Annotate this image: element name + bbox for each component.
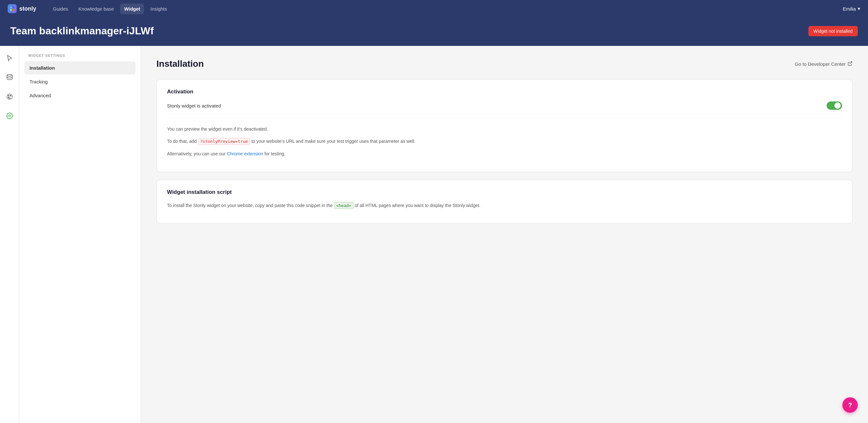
external-link-icon — [847, 61, 852, 67]
activation-row: Stonly widget is activated — [167, 102, 842, 118]
page-title: Team backlinkmanager-iJLWf — [10, 25, 154, 37]
user-name: Emilia — [843, 6, 856, 11]
svg-point-4 — [7, 75, 12, 76]
logo-icon — [8, 4, 17, 13]
info3-post: for testing. — [265, 151, 285, 156]
head-code: <head> — [334, 202, 353, 209]
svg-rect-2 — [10, 9, 12, 11]
cursor-icon[interactable] — [4, 52, 16, 64]
activation-info2: To do that, add ?stonlyPreview=true to y… — [167, 138, 842, 145]
installation-info1: To install the Stonly widget on your web… — [167, 202, 842, 209]
svg-point-6 — [8, 95, 9, 96]
activation-card: Activation Stonly widget is activated Yo… — [156, 79, 852, 172]
content-header: Installation Go to Developer Center — [156, 59, 852, 69]
nav-knowledge-base[interactable]: Knowledge base — [75, 3, 118, 14]
toggle-slider — [827, 102, 842, 110]
settings-sidebar-label: WIDGET SETTINGS — [24, 54, 135, 57]
main-content: Installation Go to Developer Center Acti… — [141, 46, 868, 423]
install-info-pre: To install the Stonly widget on your web… — [167, 203, 334, 208]
widget-not-installed-badge: Widget not installed — [808, 26, 858, 36]
palette-icon[interactable] — [4, 91, 16, 103]
svg-point-9 — [9, 115, 10, 117]
info2-post: to your website's URL and make sure your… — [251, 139, 415, 144]
svg-rect-1 — [12, 6, 14, 8]
activation-info3: Alternatively, you can use our Chrome ex… — [167, 150, 842, 157]
svg-rect-0 — [10, 6, 12, 8]
dev-center-label: Go to Developer Center — [795, 61, 845, 67]
sidebar-item-advanced[interactable]: Advanced — [24, 89, 135, 102]
database-icon[interactable] — [4, 72, 16, 83]
svg-rect-3 — [12, 9, 14, 11]
settings-icon[interactable] — [4, 110, 16, 122]
logo[interactable]: stonly — [8, 4, 36, 13]
main-layout: WIDGET SETTINGS Installation Tracking Ad… — [0, 46, 868, 423]
top-nav: stonly Guides Knowledge base Widget Insi… — [0, 0, 868, 17]
user-menu[interactable]: Emilia ▾ — [843, 6, 860, 11]
dev-center-link[interactable]: Go to Developer Center — [795, 61, 852, 67]
activation-info1: You can preview the widget even if it's … — [167, 125, 842, 133]
nav-guides[interactable]: Guides — [49, 3, 72, 14]
preview-code: ?stonlyPreview=true — [198, 138, 250, 145]
chevron-down-icon: ▾ — [858, 6, 860, 11]
content-title: Installation — [156, 59, 204, 69]
nav-widget[interactable]: Widget — [120, 3, 144, 14]
installation-card-title: Widget installation script — [167, 189, 842, 195]
nav-insights[interactable]: Insights — [147, 3, 171, 14]
svg-line-10 — [850, 62, 852, 64]
svg-point-7 — [10, 95, 11, 96]
info3-pre: Alternatively, you can use our — [167, 151, 227, 156]
sidebar-item-installation[interactable]: Installation — [24, 61, 135, 75]
nav-links: Guides Knowledge base Widget Insights — [49, 3, 832, 14]
chrome-extension-link[interactable]: Chrome extension — [227, 151, 264, 156]
activation-label: Stonly widget is activated — [167, 103, 221, 109]
activation-toggle[interactable] — [827, 102, 842, 110]
installation-script-card: Widget installation script To install th… — [156, 180, 852, 224]
info2-pre: To do that, add — [167, 139, 198, 144]
sidebar-item-tracking[interactable]: Tracking — [24, 75, 135, 88]
settings-sidebar: WIDGET SETTINGS Installation Tracking Ad… — [19, 46, 141, 423]
page-header: Team backlinkmanager-iJLWf Widget not in… — [0, 17, 868, 46]
icon-sidebar — [0, 46, 19, 423]
help-button[interactable]: ? — [842, 397, 858, 413]
activation-card-title: Activation — [167, 89, 842, 95]
install-info-post: of all HTML pages where you want to disp… — [355, 203, 480, 208]
